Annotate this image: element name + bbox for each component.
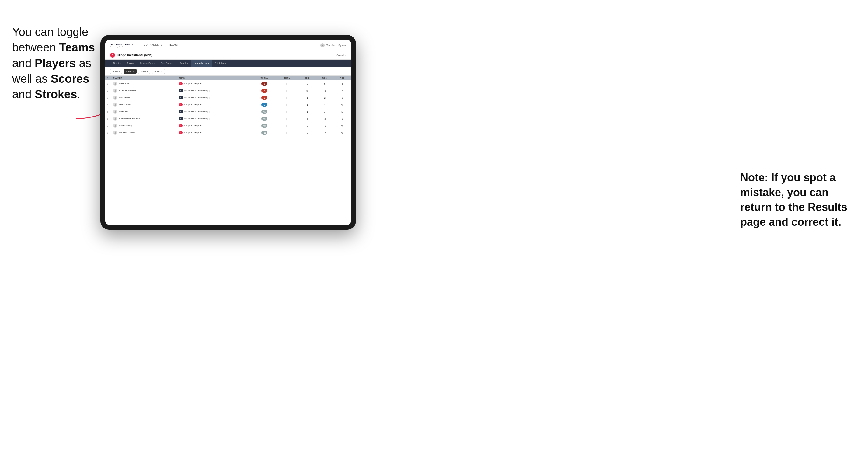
cell-team: S Scoreboard University [A] <box>177 115 252 122</box>
toggle-players[interactable]: Players <box>124 69 136 74</box>
sign-out-link[interactable]: Sign out <box>338 44 346 46</box>
cell-rd3: -1 <box>334 94 351 101</box>
cell-thru: F <box>276 115 298 122</box>
cell-rd2: -4 <box>315 101 333 108</box>
tab-course-setup[interactable]: Course Setup <box>137 60 158 67</box>
tab-results[interactable]: Results <box>177 60 191 67</box>
table-row: 5 Rees Britt S Scoreboard University [A]… <box>105 108 351 115</box>
table-row: 2 Chris Robertson S Scoreboard Universit… <box>105 87 351 94</box>
cell-rd2: +5 <box>315 87 333 94</box>
cell-team: S Scoreboard University [A] <box>177 94 252 101</box>
cell-rd1: +1 <box>298 108 315 115</box>
cell-thru: F <box>276 87 298 94</box>
tab-details[interactable]: Details <box>110 60 124 67</box>
cell-rd3: +2 <box>334 129 351 136</box>
user-avatar: T <box>320 43 324 48</box>
nav-teams[interactable]: TEAMS <box>165 40 181 51</box>
toggle-bar: Teams Players Scores Strokes <box>105 67 351 76</box>
logo-text: SCOREBOARD <box>110 43 133 46</box>
cell-rd1: +2 <box>298 122 315 129</box>
svg-point-5 <box>115 97 116 98</box>
col-rd1: RD1 <box>298 76 315 80</box>
svg-point-4 <box>114 91 117 92</box>
team-logo-icon: S <box>179 89 183 92</box>
svg-point-9 <box>115 111 116 112</box>
total-badge: -2 <box>261 96 268 100</box>
total-badge: +11 <box>261 130 268 135</box>
cell-rank: 2 <box>105 87 111 94</box>
svg-point-12 <box>114 119 117 120</box>
cell-rank: 7 <box>105 122 111 129</box>
cell-total: E <box>252 101 276 108</box>
tab-tee-groups[interactable]: Tee Groups <box>158 60 177 67</box>
cell-rank: 5 <box>105 108 111 115</box>
svg-point-3 <box>115 90 116 91</box>
tournament-title-area: C Clippd Invitational (Men) <box>110 53 152 58</box>
svg-point-16 <box>114 133 117 134</box>
col-rd2: RD2 <box>315 76 333 80</box>
player-avatar <box>113 96 118 100</box>
player-avatar <box>113 89 118 93</box>
logo-area: SCOREBOARD Powered by clippd <box>110 43 133 48</box>
cell-player: Rich Butler <box>111 94 177 101</box>
cell-rd1: +2 <box>298 129 315 136</box>
nav-tournaments[interactable]: TOURNAMENTS <box>139 40 165 51</box>
table-row: 8 Marcus Turners C Clippd College [A] +1… <box>105 129 351 136</box>
team-logo-icon: C <box>179 103 183 106</box>
cell-thru: F <box>276 122 298 129</box>
svg-point-8 <box>114 105 117 106</box>
player-avatar <box>113 110 118 114</box>
cell-player: Marcus Turners <box>111 129 177 136</box>
tournament-logo: C <box>110 53 115 58</box>
players-table: # PLAYER TEAM TOTAL THRU RD1 RD2 RD3 1 <box>105 76 351 136</box>
table-header-row: # PLAYER TEAM TOTAL THRU RD1 RD2 RD3 <box>105 76 351 80</box>
cell-thru: F <box>276 129 298 136</box>
col-total: TOTAL <box>252 76 276 80</box>
svg-point-15 <box>115 132 116 133</box>
right-annotation: Note: If you spot a mistake, you can ret… <box>740 170 850 229</box>
nav-right: T Test User | Sign out <box>320 43 346 48</box>
toggle-strokes[interactable]: Strokes <box>152 69 164 74</box>
bold-scores: Scores <box>51 72 89 85</box>
col-player: PLAYER <box>111 76 177 80</box>
col-thru: THRU <box>276 76 298 80</box>
cancel-button[interactable]: Cancel × <box>337 54 346 57</box>
cell-rank: 3 <box>105 94 111 101</box>
toggle-scores[interactable]: Scores <box>138 69 150 74</box>
cell-thru: F <box>276 101 298 108</box>
tab-printables[interactable]: Printables <box>212 60 229 67</box>
col-rank: # <box>105 76 111 80</box>
col-rd3: RD3 <box>334 76 351 80</box>
table-row: 6 Cameron Robertson S Scoreboard Univers… <box>105 115 351 122</box>
cell-total: +6 <box>252 115 276 122</box>
tab-leaderboards[interactable]: Leaderboards <box>191 60 212 67</box>
cell-team: C Clippd College [A] <box>177 80 252 87</box>
total-badge: E <box>261 102 268 107</box>
cell-total: -4 <box>252 87 276 94</box>
logo-sub: Powered by clippd <box>110 46 133 48</box>
cell-team: C Clippd College [A] <box>177 129 252 136</box>
cell-player: Rees Britt <box>111 108 177 115</box>
svg-point-6 <box>114 98 117 99</box>
cell-thru: F <box>276 94 298 101</box>
left-annotation: You can toggle between Teams and Players… <box>12 24 97 102</box>
cell-rd2: +1 <box>315 122 333 129</box>
cell-rd3: +6 <box>334 122 351 129</box>
tournament-header: C Clippd Invitational (Men) Cancel × <box>105 51 351 60</box>
cell-team: S Scoreboard University [A] <box>177 87 252 94</box>
cell-rank: 6 <box>105 115 111 122</box>
total-badge: -8 <box>261 82 268 86</box>
cell-thru: F <box>276 108 298 115</box>
tab-teams[interactable]: Teams <box>124 60 137 67</box>
cell-rank: 8 <box>105 129 111 136</box>
player-avatar <box>113 124 118 128</box>
cell-rd2: -2 <box>315 94 333 101</box>
toggle-teams[interactable]: Teams <box>110 69 122 74</box>
tab-bar: Details Teams Course Setup Tee Groups Re… <box>105 60 351 67</box>
user-text: Test User | <box>327 44 337 46</box>
cell-rd2: +7 <box>315 129 333 136</box>
total-badge: +1 <box>261 110 268 114</box>
total-badge: -4 <box>261 89 268 93</box>
table-row: 1 Elliot Ebert C Clippd College [A] -8 F… <box>105 80 351 87</box>
cell-team: S Scoreboard University [A] <box>177 108 252 115</box>
